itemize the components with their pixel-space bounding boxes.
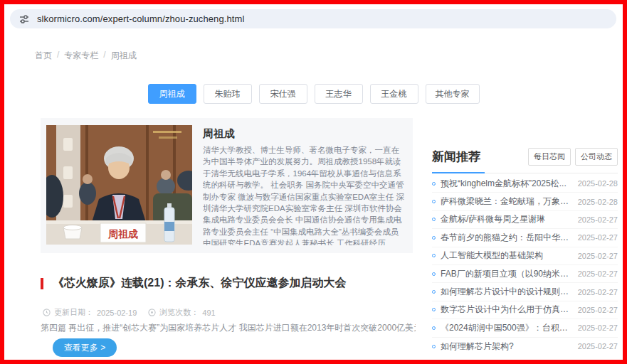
news-section-title: 新闻推荐 <box>432 149 480 165</box>
view-more-button[interactable]: 查看更多 > <box>53 338 117 357</box>
news-item[interactable]: 萨科微梁晓兰：金蛇献瑞，万象启新 2025-02-28 <box>432 193 618 210</box>
news-item[interactable]: 《2024胡润中国500强》：台积电... 2025-02-27 <box>432 319 618 337</box>
expert-bio: 清华大学教授、博士生导师、著名微电子专家，一直在为中国半导体产业的发展努力。周祖… <box>203 144 406 245</box>
breadcrumb-home[interactable]: 首页 <box>35 50 52 62</box>
title-underline <box>432 172 485 173</box>
news-item[interactable]: 如何理解芯片架构? 2025-02-27 <box>432 338 618 355</box>
views-value: 491 <box>202 309 215 317</box>
breadcrumb-current: 周祖成 <box>111 50 137 62</box>
bullet-icon <box>432 326 436 330</box>
news-item[interactable]: 人工智能大模型的基础架构 2025-02-27 <box>432 247 618 265</box>
url-text[interactable]: slkormicro.com/expert-column/zhou-zuchen… <box>37 14 244 24</box>
bullet-icon <box>432 308 436 311</box>
expert-name: 周祖成 <box>203 127 235 141</box>
update-date-value: 2025-02-19 <box>97 309 137 317</box>
update-date-label: 更新日期： <box>54 307 93 318</box>
breadcrumb: 首页 / 专家专栏 / 周祖成 <box>35 50 137 62</box>
bullet-icon <box>432 345 436 348</box>
site-settings-icon[interactable] <box>19 14 30 25</box>
photo-name-card: 周祖成 <box>107 228 138 240</box>
bullet-icon <box>432 236 436 240</box>
expert-photo: 周祖成 <box>46 125 192 245</box>
news-tabs: 每日芯闻 公司动态 <box>528 148 618 166</box>
clock-icon <box>43 309 51 316</box>
tab-other-experts[interactable]: 其他专家 <box>426 84 480 104</box>
page: { "browser": { "url": "slkormicro.com/ex… <box>0 0 627 364</box>
tab-zhu-yiwei[interactable]: 朱贻玮 <box>204 84 252 104</box>
news-item[interactable]: 如何理解芯片设计中的设计规则检... 2025-02-27 <box>432 283 618 301</box>
news-list: 预祝“kinghelm金航标杯”2025松... 2025-02-28 萨科微梁… <box>432 175 618 355</box>
bullet-icon <box>432 272 436 276</box>
tab-song-shiqiang[interactable]: 宋仕强 <box>259 84 307 104</box>
expert-tabs: 周祖成 朱贻玮 宋仕强 王志华 王金桃 其他专家 <box>4 84 623 104</box>
views-label: 浏览次数： <box>159 307 199 318</box>
tab-wang-zhihua[interactable]: 王志华 <box>315 84 363 104</box>
bullet-icon <box>432 182 436 186</box>
news-tab-company[interactable]: 公司动态 <box>575 148 618 166</box>
article-title-row: 《芯火燎原》连载(21)：余承东、徐宁仪应邀参加启动大会 <box>41 276 346 291</box>
breadcrumb-expert-column[interactable]: 专家专栏 <box>64 50 98 62</box>
bullet-icon <box>432 200 436 203</box>
expert-profile-card: 周祖成 周祖成 清华大学教授、博士生导师、著名微电子专家，一直在为中国半导体产业… <box>41 118 413 253</box>
news-item[interactable]: FAB厂的新项目立项（以90纳米技... 2025-02-27 <box>432 265 618 283</box>
article-meta: 更新日期： 2025-02-19 浏览次数： 491 <box>43 307 216 318</box>
breadcrumb-separator: / <box>103 50 105 62</box>
news-item[interactable]: 金航标/萨科微每周之星谢琳 2025-02-27 <box>432 211 618 229</box>
news-item[interactable]: 春节前夕的熊猫之约：岳阳中华大... 2025-02-27 <box>432 229 618 247</box>
news-item[interactable]: 预祝“kinghelm金航标杯”2025松... 2025-02-28 <box>432 175 618 193</box>
article-title[interactable]: 《芯火燎原》连载(21)：余承东、徐宁仪应邀参加启动大会 <box>53 276 346 291</box>
breadcrumb-separator: / <box>57 50 59 62</box>
news-header: 新闻推荐 每日芯闻 公司动态 <box>432 148 618 173</box>
bullet-icon <box>432 290 436 294</box>
bullet-icon <box>432 254 436 257</box>
title-accent-bar <box>41 278 43 289</box>
views-icon <box>148 309 156 316</box>
tab-wang-jintao[interactable]: 王金桃 <box>370 84 418 104</box>
url-bar[interactable]: slkormicro.com/expert-column/zhou-zuchen… <box>10 9 616 28</box>
article-excerpt: 第四篇 再出征，推进“创芯大赛”为国家培养芯片人才 我国芯片进口额在2013年时… <box>41 322 416 334</box>
bullet-icon <box>432 218 436 221</box>
tab-zhou-zucheng[interactable]: 周祖成 <box>148 84 196 104</box>
news-tab-daily[interactable]: 每日芯闻 <box>528 148 571 166</box>
news-item[interactable]: 数字芯片设计中为什么用于仿真和... 2025-02-27 <box>432 301 618 319</box>
news-sidebar: 新闻推荐 每日芯闻 公司动态 预祝“kinghelm金航标杯”2025松... … <box>432 148 618 355</box>
